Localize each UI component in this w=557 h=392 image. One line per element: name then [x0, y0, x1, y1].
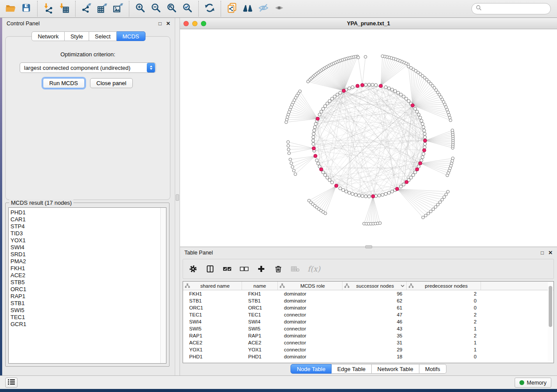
network-node[interactable] — [331, 181, 334, 184]
satellite-node[interactable] — [287, 152, 291, 155]
satellite-node[interactable] — [287, 144, 290, 148]
network-graph[interactable] — [180, 29, 557, 247]
satellite-node[interactable] — [446, 190, 450, 193]
network-window-titlebar[interactable]: YPA_prune.txt_1 — [180, 18, 557, 29]
binoculars-button[interactable] — [240, 1, 256, 16]
dominator-node[interactable] — [371, 195, 375, 198]
network-node[interactable] — [387, 87, 391, 90]
satellite-node[interactable] — [448, 116, 451, 119]
network-node[interactable] — [397, 91, 400, 94]
network-node[interactable] — [331, 97, 334, 100]
mcds-result-item[interactable]: TID3 — [10, 230, 166, 237]
tab-style[interactable]: Style — [65, 31, 89, 41]
network-node[interactable] — [339, 91, 342, 94]
export-table-button[interactable] — [94, 1, 110, 16]
splitter-grip[interactable] — [176, 194, 179, 201]
network-node[interactable] — [421, 122, 424, 125]
table-scrollbar[interactable] — [548, 282, 553, 362]
mcds-result-item[interactable]: STB5 — [10, 279, 166, 286]
network-node[interactable] — [311, 139, 315, 142]
network-node[interactable] — [333, 95, 336, 98]
satellite-node[interactable] — [422, 216, 425, 219]
refresh-button[interactable] — [202, 1, 218, 16]
satellite-node[interactable] — [364, 55, 367, 58]
satellite-node[interactable] — [324, 212, 327, 215]
mcds-result-item[interactable]: SWI4 — [10, 244, 166, 251]
select-all-checkboxes-icon[interactable] — [222, 264, 232, 274]
run-mcds-button[interactable]: Run MCDS — [43, 78, 85, 88]
satellite-node[interactable] — [287, 148, 290, 151]
zoom-fit-button[interactable] — [164, 1, 180, 16]
mcds-result-item[interactable]: GCR1 — [10, 321, 166, 328]
satellite-node[interactable] — [424, 214, 427, 217]
network-node[interactable] — [328, 179, 331, 182]
network-node[interactable] — [312, 142, 315, 145]
network-node[interactable] — [322, 171, 325, 174]
dominator-node[interactable] — [423, 139, 427, 142]
search-box[interactable] — [471, 3, 551, 14]
add-column-icon[interactable] — [256, 264, 266, 274]
network-node[interactable] — [314, 122, 317, 125]
float-panel-icon[interactable]: □ — [541, 250, 544, 255]
network-node[interactable] — [381, 193, 384, 196]
network-node[interactable] — [402, 95, 405, 98]
vertical-splitter[interactable] — [175, 18, 180, 375]
dominator-node[interactable] — [411, 103, 414, 107]
zoom-in-button[interactable] — [132, 1, 148, 16]
network-node[interactable] — [339, 187, 342, 190]
show-columns-icon[interactable] — [205, 264, 215, 274]
table-row[interactable]: SWI4SWI4dominator462 — [183, 318, 554, 325]
network-node[interactable] — [394, 89, 397, 93]
network-node[interactable] — [367, 195, 370, 198]
close-panel-icon[interactable]: ✕ — [166, 21, 170, 26]
network-node[interactable] — [402, 183, 405, 186]
satellite-node[interactable] — [307, 80, 310, 83]
network-node[interactable] — [384, 193, 387, 196]
network-node[interactable] — [313, 126, 316, 129]
satellite-node[interactable] — [451, 157, 454, 160]
mcds-result-item[interactable]: FKH1 — [10, 265, 166, 272]
network-node[interactable] — [322, 107, 325, 110]
satellite-node[interactable] — [441, 198, 444, 201]
network-node[interactable] — [345, 190, 348, 193]
save-session-button[interactable] — [18, 1, 34, 16]
table-row[interactable]: RAP1RAP1dominator352 — [183, 332, 554, 339]
mcds-result-item[interactable]: PHD1 — [10, 209, 166, 216]
delete-column-trash-icon[interactable] — [273, 264, 283, 274]
network-node[interactable] — [364, 83, 367, 86]
mcds-result-item[interactable]: STP4 — [10, 223, 166, 230]
tab-node-table[interactable]: Node Table — [291, 364, 332, 374]
satellite-node[interactable] — [290, 162, 293, 165]
table-options-gear-icon[interactable] — [188, 264, 198, 274]
mcds-result-item[interactable]: YOX1 — [10, 237, 166, 244]
dominator-node[interactable] — [379, 84, 383, 88]
network-node[interactable] — [419, 116, 422, 119]
network-node[interactable] — [324, 173, 327, 176]
memory-button[interactable]: Memory — [515, 378, 551, 388]
float-panel-icon[interactable]: □ — [159, 21, 162, 26]
satellite-node[interactable] — [287, 141, 290, 144]
close-panel-icon[interactable]: ✕ — [548, 250, 553, 255]
satellite-node[interactable] — [443, 196, 446, 199]
tab-select[interactable]: Select — [89, 31, 117, 41]
dominator-node[interactable] — [316, 117, 319, 120]
network-node[interactable] — [384, 86, 387, 89]
close-panel-button[interactable]: Close panel — [90, 78, 133, 88]
zoom-out-button[interactable] — [148, 1, 164, 16]
table-row[interactable]: YOX1YOX1connector291 — [183, 346, 554, 353]
network-node[interactable] — [415, 110, 419, 113]
network-node[interactable] — [371, 83, 374, 86]
network-node[interactable] — [318, 113, 321, 116]
mcds-result-list[interactable]: PHD1CAR1STP4TID3YOX1SWI4SRD1PMA2FKH1ACE2… — [8, 207, 166, 364]
table-row[interactable]: TEC1TEC1connector472 — [183, 311, 554, 318]
table-row[interactable]: ORC1ORC1dominator610 — [183, 304, 554, 311]
network-node[interactable] — [312, 129, 315, 132]
show-graphics-details-button[interactable] — [271, 1, 287, 16]
network-node[interactable] — [417, 113, 420, 116]
network-node[interactable] — [399, 93, 402, 96]
network-node[interactable] — [423, 132, 426, 135]
tab-edge-table[interactable]: Edge Table — [332, 364, 372, 374]
satellite-node[interactable] — [379, 222, 382, 225]
table-row[interactable]: STB1STB1dominator620 — [183, 297, 554, 304]
hide-graphics-details-button[interactable] — [256, 1, 271, 16]
